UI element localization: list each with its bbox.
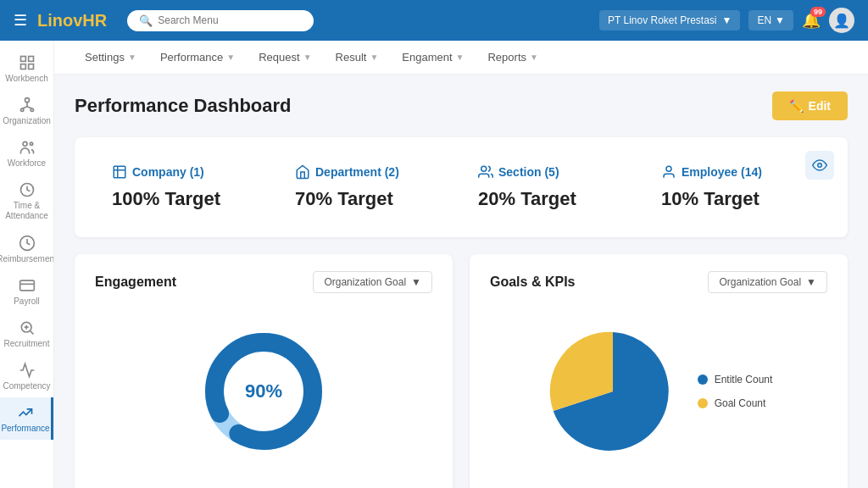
kpi-section: Section (5) 20% Target (461, 154, 644, 220)
hamburger-icon[interactable]: ☰ (14, 11, 27, 30)
kpi-department: Department (2) 70% Target (278, 154, 461, 220)
kpi-employee-value: 10% Target (661, 188, 810, 210)
section-icon (478, 164, 493, 180)
pie-chart-container: Entitle Count Goal Count (490, 307, 827, 476)
legend-goal-dot (698, 398, 708, 408)
chevron-down-icon: ▼ (775, 14, 785, 26)
subnav-engagement[interactable]: Engament ▼ (392, 42, 474, 72)
subnav-settings[interactable]: Settings ▼ (75, 42, 147, 72)
svg-rect-20 (114, 166, 125, 178)
svg-point-5 (20, 108, 23, 111)
sidebar-item-recruitment[interactable]: Recruitment (0, 313, 53, 355)
legend-entitle: Entitle Count (698, 374, 773, 385)
company-selector[interactable]: PT Linov Roket Prestasi ▼ (599, 10, 740, 30)
visibility-toggle-button[interactable] (805, 151, 834, 180)
sidebar: Workbench Organization Workforce Time & … (0, 41, 54, 488)
sidebar-item-performance[interactable]: Performance (0, 397, 53, 440)
sidebar-item-recruit-label: Recruitment (4, 339, 50, 348)
sidebar-item-workbench-label: Workbench (5, 74, 47, 83)
kpi-company-value: 100% Target (112, 188, 261, 210)
engagement-card-header: Engagement Organization Goal ▼ (95, 271, 432, 293)
subnav-performance[interactable]: Performance ▼ (150, 42, 245, 72)
edit-icon: ✏️ (789, 99, 804, 113)
employee-icon (661, 164, 676, 180)
company-icon (112, 164, 127, 180)
sidebar-item-reimb-label: Reimbursement (0, 254, 54, 263)
svg-line-16 (30, 331, 33, 335)
goals-title: Goals & KPIs (490, 274, 575, 290)
goals-card-header: Goals & KPIs Organization Goal ▼ (490, 271, 827, 293)
top-navigation: ☰ LinovHR 🔍 PT Linov Roket Prestasi ▼ EN… (0, 0, 868, 41)
svg-point-10 (23, 141, 27, 146)
legend-goal: Goal Count (698, 397, 773, 409)
sidebar-item-workbench[interactable]: Workbench (0, 47, 53, 90)
svg-point-19 (818, 164, 822, 168)
svg-rect-13 (19, 280, 34, 291)
sidebar-item-competency[interactable]: Competency (0, 355, 53, 397)
sidebar-item-time[interactable]: Time & Attendance (0, 175, 53, 228)
user-avatar[interactable]: 👤 (829, 8, 854, 33)
donut-chart: 90% (196, 324, 331, 459)
notification-button[interactable]: 🔔 99 (802, 11, 821, 30)
sidebar-item-reimbursement[interactable]: Reimbursement (0, 228, 53, 270)
donut-chart-container: 90% (95, 307, 432, 476)
svg-point-6 (31, 108, 33, 111)
subnav-result[interactable]: Result ▼ (326, 42, 389, 72)
chevron-down-icon: ▼ (806, 276, 816, 288)
nav-right: PT Linov Roket Prestasi ▼ EN ▼ 🔔 99 👤 (599, 8, 854, 33)
kpi-department-value: 70% Target (295, 188, 444, 210)
engagement-title: Engagement (95, 274, 176, 290)
sidebar-item-payroll-label: Payroll (14, 297, 40, 306)
subnav-request[interactable]: Request ▼ (248, 42, 321, 72)
svg-rect-2 (20, 64, 25, 69)
sidebar-item-comp-label: Competency (3, 381, 50, 391)
chevron-down-icon: ▼ (411, 276, 421, 288)
sidebar-item-time-label: Time & Attendance (0, 201, 53, 221)
department-icon (295, 164, 310, 180)
chevron-down-icon: ▼ (722, 14, 732, 26)
main-content: Performance Dashboard ✏️ Edit Company (1… (54, 75, 868, 488)
search-bar: 🔍 (127, 10, 314, 31)
pie-chart-svg (545, 324, 681, 459)
search-input[interactable] (158, 14, 293, 26)
goals-card: Goals & KPIs Organization Goal ▼ (470, 254, 848, 488)
sidebar-item-workforce[interactable]: Workforce (0, 132, 53, 175)
svg-point-22 (666, 166, 671, 171)
engagement-dropdown[interactable]: Organization Goal ▼ (313, 271, 432, 293)
svg-point-11 (30, 142, 32, 145)
chevron-down-icon: ▼ (530, 53, 538, 62)
app-logo: LinovHR (37, 11, 107, 30)
chevron-down-icon: ▼ (303, 53, 312, 62)
kpi-section-value: 20% Target (478, 188, 627, 210)
kpi-employee: Employee (14) 10% Target (644, 154, 827, 220)
sub-navigation: Settings ▼ Performance ▼ Request ▼ Resul… (54, 41, 868, 75)
subnav-reports[interactable]: Reports ▼ (477, 42, 548, 72)
svg-rect-1 (28, 57, 33, 62)
chevron-down-icon: ▼ (370, 53, 378, 62)
donut-percentage: 90% (245, 380, 282, 402)
svg-line-8 (22, 107, 27, 109)
svg-rect-0 (20, 57, 25, 62)
language-selector[interactable]: EN ▼ (748, 10, 793, 30)
legend-entitle-label: Entitle Count (715, 374, 773, 385)
bottom-row: Engagement Organization Goal ▼ (75, 254, 848, 488)
sidebar-item-organization[interactable]: Organization (0, 90, 53, 132)
svg-point-4 (25, 98, 29, 103)
sidebar-item-org-label: Organization (3, 116, 51, 125)
pie-legend: Entitle Count Goal Count (698, 374, 773, 409)
kpi-section: Company (1) 100% Target Department (2) 7… (75, 137, 848, 237)
svg-rect-3 (28, 64, 33, 69)
svg-line-9 (27, 107, 32, 109)
search-icon: 🔍 (139, 14, 153, 27)
sidebar-item-workforce-label: Workforce (8, 158, 46, 168)
engagement-card: Engagement Organization Goal ▼ (75, 254, 453, 488)
chevron-down-icon: ▼ (226, 53, 235, 62)
legend-entitle-dot (698, 374, 708, 385)
page-header: Performance Dashboard ✏️ Edit (75, 92, 848, 120)
goals-dropdown[interactable]: Organization Goal ▼ (708, 271, 827, 293)
edit-button[interactable]: ✏️ Edit (772, 92, 848, 120)
legend-goal-label: Goal Count (715, 397, 766, 409)
sidebar-item-payroll[interactable]: Payroll (0, 270, 53, 313)
kpi-company: Company (1) 100% Target (95, 154, 278, 220)
kpi-grid: Company (1) 100% Target Department (2) 7… (95, 154, 827, 220)
